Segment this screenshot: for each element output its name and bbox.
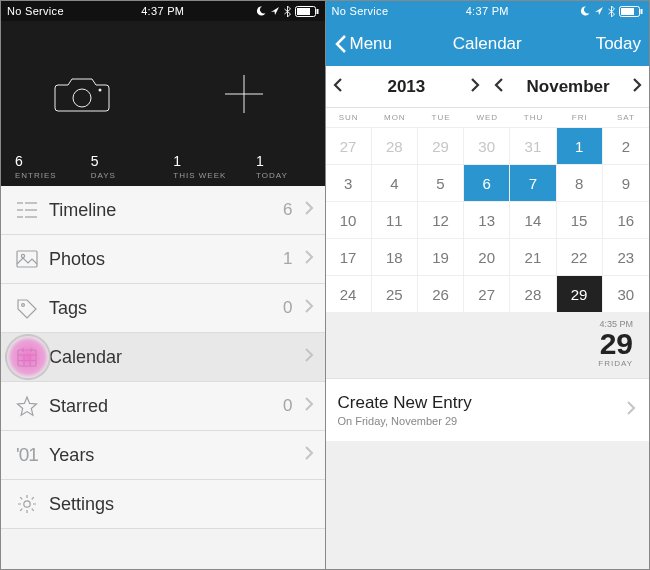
calendar-day[interactable]: 25 <box>372 276 418 313</box>
carrier-text: No Service <box>7 5 64 17</box>
svg-rect-27 <box>641 9 643 14</box>
calendar-day[interactable]: 28 <box>510 276 556 313</box>
chevron-right-icon <box>303 298 315 318</box>
chevron-right-icon <box>469 77 481 93</box>
chevron-right-icon <box>631 77 643 93</box>
prev-month-button[interactable] <box>493 77 505 97</box>
new-entry-button[interactable] <box>163 39 325 149</box>
calendar-screen: No Service 4:37 PM Menu Calendar Today <box>325 1 650 569</box>
photos-icon <box>13 247 41 271</box>
menu-label: Tags <box>41 298 283 319</box>
menu-item-photos[interactable]: Photos1 <box>1 235 325 284</box>
status-bar: No Service 4:37 PM <box>326 1 650 21</box>
calendar-day[interactable]: 22 <box>557 239 603 276</box>
weekday-header: SUNMONTUEWEDTHUFRISAT <box>326 108 650 128</box>
today-button[interactable]: Today <box>596 34 641 54</box>
stat-entries: 6ENTRIES <box>1 153 77 180</box>
menu-item-settings[interactable]: Settings <box>1 480 325 529</box>
stat-number: 6 <box>15 153 77 169</box>
calendar-day[interactable]: 17 <box>326 239 372 276</box>
next-year-button[interactable] <box>469 77 481 97</box>
calendar-day[interactable]: 30 <box>464 128 510 165</box>
calendar-grid: 2728293031123456789101112131415161718192… <box>326 128 650 313</box>
stat-label: THIS WEEK <box>173 171 242 180</box>
menu-list: Timeline6Photos1Tags0CalendarStarred0'01… <box>1 186 325 569</box>
calendar-day[interactable]: 16 <box>603 202 649 239</box>
calendar-day[interactable]: 27 <box>326 128 372 165</box>
weekday-label: SAT <box>603 108 649 127</box>
menu-screen: No Service 4:37 PM <box>1 1 325 569</box>
calendar-day[interactable]: 7 <box>510 165 556 202</box>
svg-point-24 <box>24 501 30 507</box>
back-button[interactable]: Menu <box>334 34 393 54</box>
stat-this-week: 1THIS WEEK <box>159 153 242 180</box>
chevron-right-icon <box>303 445 315 465</box>
calendar-day[interactable]: 2 <box>603 128 649 165</box>
years-icon: '01 <box>13 443 41 467</box>
svg-rect-2 <box>316 9 318 14</box>
weekday-label: THU <box>510 108 556 127</box>
calendar-day[interactable]: 23 <box>603 239 649 276</box>
menu-count: 0 <box>283 396 292 416</box>
menu-item-calendar[interactable]: Calendar <box>1 333 325 382</box>
calendar-day[interactable]: 29 <box>557 276 603 313</box>
today-label: Today <box>596 34 641 54</box>
menu-label: Years <box>41 445 303 466</box>
menu-item-starred[interactable]: Starred0 <box>1 382 325 431</box>
create-entry-button[interactable]: Create New Entry On Friday, November 29 <box>326 379 650 441</box>
weekday-label: MON <box>372 108 418 127</box>
chevron-left-icon <box>334 34 348 54</box>
calendar-day[interactable]: 8 <box>557 165 603 202</box>
menu-item-timeline[interactable]: Timeline6 <box>1 186 325 235</box>
calendar-day[interactable]: 28 <box>372 128 418 165</box>
starred-icon <box>13 394 41 418</box>
calendar-day[interactable]: 26 <box>418 276 464 313</box>
back-label: Menu <box>350 34 393 54</box>
calendar-day[interactable]: 3 <box>326 165 372 202</box>
location-icon <box>270 6 280 16</box>
menu-item-tags[interactable]: Tags0 <box>1 284 325 333</box>
calendar-day[interactable]: 11 <box>372 202 418 239</box>
current-day: 29 <box>326 329 634 359</box>
calendar-day[interactable]: 21 <box>510 239 556 276</box>
weekday-label: SUN <box>326 108 372 127</box>
calendar-day[interactable]: 15 <box>557 202 603 239</box>
svg-rect-14 <box>17 251 37 267</box>
battery-icon <box>295 6 319 17</box>
calendar-day[interactable]: 12 <box>418 202 464 239</box>
camera-button[interactable] <box>1 39 163 149</box>
calendar-day[interactable]: 10 <box>326 202 372 239</box>
calendar-day[interactable]: 19 <box>418 239 464 276</box>
calendar-day[interactable]: 29 <box>418 128 464 165</box>
calendar-day[interactable]: 6 <box>464 165 510 202</box>
calendar-day[interactable]: 9 <box>603 165 649 202</box>
calendar-day[interactable]: 20 <box>464 239 510 276</box>
calendar-day[interactable]: 18 <box>372 239 418 276</box>
bluetooth-icon <box>608 6 615 17</box>
weekday-label: WED <box>464 108 510 127</box>
calendar-day[interactable]: 14 <box>510 202 556 239</box>
svg-point-16 <box>22 304 25 307</box>
dnd-icon <box>256 6 266 16</box>
stat-number: 1 <box>173 153 242 169</box>
next-month-button[interactable] <box>631 77 643 97</box>
calendar-day[interactable]: 30 <box>603 276 649 313</box>
settings-icon <box>13 492 41 516</box>
menu-item-years[interactable]: '01Years <box>1 431 325 480</box>
bluetooth-icon <box>284 6 291 17</box>
calendar-day[interactable]: 27 <box>464 276 510 313</box>
chevron-right-icon <box>303 249 315 269</box>
calendar-icon <box>13 345 41 369</box>
calendar-day[interactable]: 4 <box>372 165 418 202</box>
calendar-day[interactable]: 5 <box>418 165 464 202</box>
stat-number: 1 <box>256 153 325 169</box>
calendar-day[interactable]: 13 <box>464 202 510 239</box>
calendar-day[interactable]: 1 <box>557 128 603 165</box>
timeline-icon <box>13 198 41 222</box>
prev-year-button[interactable] <box>332 77 344 97</box>
calendar-day[interactable]: 24 <box>326 276 372 313</box>
dark-header: 6ENTRIES5DAYS1THIS WEEK1TODAY <box>1 21 325 186</box>
chevron-left-icon <box>493 77 505 93</box>
weekday-label: FRI <box>557 108 603 127</box>
calendar-day[interactable]: 31 <box>510 128 556 165</box>
